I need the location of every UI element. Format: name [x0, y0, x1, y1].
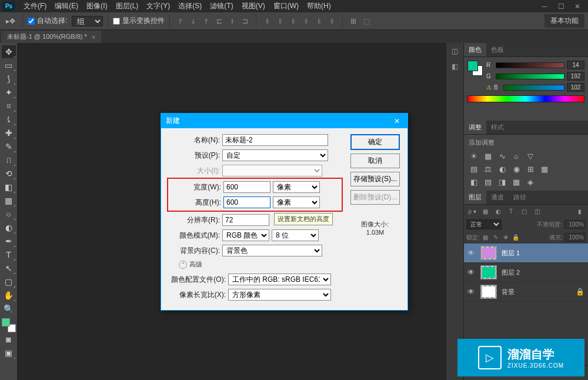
- move-tool-icon[interactable]: ▸✥: [4, 15, 18, 27]
- tab-close-icon[interactable]: ×: [92, 34, 95, 41]
- threshold-icon[interactable]: ◨: [497, 176, 507, 187]
- filter-shape-icon[interactable]: ▢: [518, 206, 530, 216]
- g-value[interactable]: 192: [567, 72, 584, 81]
- r-value[interactable]: 14: [567, 61, 584, 69]
- layer-row[interactable]: 👁 图层 1: [464, 244, 588, 263]
- menu-type[interactable]: 文字(Y): [143, 0, 173, 12]
- menu-edit[interactable]: 编辑(E): [51, 0, 82, 12]
- layer-thumbnail[interactable]: [480, 285, 497, 299]
- color-fgbg-swatch[interactable]: [467, 61, 483, 76]
- exposure-icon[interactable]: ☼: [511, 151, 522, 161]
- history-brush-tool[interactable]: ⟲: [2, 167, 16, 180]
- visibility-icon[interactable]: 👁: [467, 249, 476, 257]
- layer-name[interactable]: 图层 1: [502, 249, 584, 258]
- maximize-button[interactable]: ☐: [553, 1, 569, 12]
- layer-row[interactable]: 👁 图层 2: [464, 263, 588, 282]
- auto-select-checkbox[interactable]: 自动选择:: [28, 16, 67, 26]
- b-value[interactable]: 102: [567, 83, 584, 92]
- filter-kind[interactable]: ρ ▾: [466, 206, 478, 216]
- lock-transparent-icon[interactable]: ▦: [482, 234, 490, 242]
- color-profile-dropdown[interactable]: 工作中的 RGB: sRGB IEC6196...: [228, 274, 331, 285]
- dist-icon[interactable]: ⫴: [300, 15, 312, 27]
- lasso-tool[interactable]: ⟆: [2, 72, 16, 85]
- foreground-background-colors[interactable]: [2, 318, 16, 332]
- width-input[interactable]: [223, 181, 270, 193]
- align-bottom-icon[interactable]: ⫯: [201, 15, 212, 27]
- brightness-icon[interactable]: ☀: [469, 151, 479, 161]
- bit-depth-dropdown[interactable]: 8 位: [272, 229, 319, 241]
- height-unit-dropdown[interactable]: 像素: [273, 196, 320, 208]
- pen-tool[interactable]: ✒: [2, 235, 16, 248]
- advanced-toggle[interactable]: ⌃ 高级: [167, 260, 343, 269]
- selective-icon[interactable]: ◈: [525, 176, 536, 187]
- type-tool[interactable]: T: [2, 248, 16, 261]
- dialog-close-icon[interactable]: ✕: [391, 117, 403, 125]
- close-button[interactable]: ✕: [569, 1, 586, 12]
- align-left-icon[interactable]: ⊏: [213, 15, 225, 27]
- g-slider[interactable]: [496, 74, 564, 79]
- dist-icon[interactable]: ⫴: [313, 15, 325, 27]
- lock-all-icon[interactable]: 🔒: [512, 234, 520, 242]
- filter-pixel-icon[interactable]: ▦: [479, 206, 491, 216]
- swatches-tab[interactable]: 色板: [486, 43, 509, 56]
- posterize-icon[interactable]: ▤: [483, 176, 493, 187]
- filter-adjust-icon[interactable]: ◐: [492, 206, 504, 216]
- invert-icon[interactable]: ◧: [469, 176, 479, 187]
- minimize-button[interactable]: ─: [536, 1, 553, 12]
- hand-tool[interactable]: ✋: [2, 289, 16, 302]
- path-select-tool[interactable]: ↖: [2, 262, 16, 275]
- channels-tab[interactable]: 通道: [486, 191, 509, 204]
- layer-name[interactable]: 图层 2: [502, 268, 584, 277]
- color-spectrum[interactable]: [467, 95, 584, 102]
- curves-icon[interactable]: ∿: [497, 151, 507, 161]
- menu-image[interactable]: 图像(I): [83, 0, 111, 12]
- crop-tool[interactable]: ⌗: [2, 99, 16, 112]
- lut-icon[interactable]: ▦: [539, 164, 550, 174]
- blend-mode-dropdown[interactable]: 正常: [466, 219, 502, 229]
- layers-tab[interactable]: 图层: [464, 191, 486, 204]
- pixel-aspect-dropdown[interactable]: 方形像素: [228, 289, 331, 301]
- color-tab[interactable]: 颜色: [464, 43, 486, 56]
- cancel-button[interactable]: 取消: [350, 154, 400, 168]
- lock-position-icon[interactable]: ✥: [502, 234, 510, 242]
- menu-filter[interactable]: 滤镜(T): [206, 0, 236, 12]
- gamut-warning-icon[interactable]: ⚠: [486, 84, 492, 91]
- lock-pixels-icon[interactable]: ✎: [492, 234, 500, 242]
- vibrance-icon[interactable]: ▽: [525, 151, 536, 161]
- paths-tab[interactable]: 路径: [509, 191, 531, 204]
- menu-help[interactable]: 帮助(H): [303, 0, 335, 12]
- filter-type-icon[interactable]: T: [505, 206, 517, 216]
- eraser-tool[interactable]: ◧: [2, 181, 16, 194]
- menu-file[interactable]: 文件(F): [20, 0, 50, 12]
- zoom-tool[interactable]: 🔍: [2, 302, 16, 315]
- layer-name[interactable]: 背景: [502, 288, 571, 296]
- menu-layer[interactable]: 图层(L): [112, 0, 142, 12]
- workspace-selector[interactable]: 基本功能: [544, 14, 584, 28]
- adjustments-tab[interactable]: 调整: [464, 121, 486, 134]
- blur-tool[interactable]: ○: [2, 208, 16, 221]
- width-unit-dropdown[interactable]: 像素: [273, 181, 320, 193]
- levels-icon[interactable]: ▦: [483, 151, 493, 161]
- color-mode-dropdown[interactable]: RGB 颜色: [222, 229, 269, 241]
- photo-filter-icon[interactable]: ◉: [511, 164, 522, 174]
- align-top-icon[interactable]: ⫯: [175, 15, 186, 27]
- document-tab[interactable]: 未标题-1 @ 100%(RGB/8) * ×: [1, 31, 101, 43]
- height-input[interactable]: [223, 196, 270, 208]
- foreground-color-swatch[interactable]: [2, 318, 10, 326]
- layer-thumbnail[interactable]: [480, 265, 497, 279]
- arrange-icon[interactable]: ⊞: [348, 15, 359, 27]
- wand-tool[interactable]: ✦: [2, 86, 16, 99]
- visibility-icon[interactable]: 👁: [467, 268, 476, 276]
- filter-smart-icon[interactable]: ◫: [531, 206, 543, 216]
- history-panel-icon[interactable]: ◫: [449, 45, 461, 57]
- hue-icon[interactable]: ▤: [469, 164, 479, 174]
- dodge-tool[interactable]: ◐: [2, 221, 16, 234]
- menu-select[interactable]: 选择(S): [175, 0, 205, 12]
- dist-icon[interactable]: ⫴: [274, 15, 286, 27]
- name-input[interactable]: [222, 134, 328, 146]
- fill-value[interactable]: 100%: [564, 233, 586, 242]
- styles-tab[interactable]: 样式: [486, 121, 509, 134]
- dialog-titlebar[interactable]: 新建 ✕: [161, 114, 407, 128]
- brush-tool[interactable]: ✎: [2, 140, 16, 153]
- eyedropper-tool[interactable]: ⤹: [2, 113, 16, 126]
